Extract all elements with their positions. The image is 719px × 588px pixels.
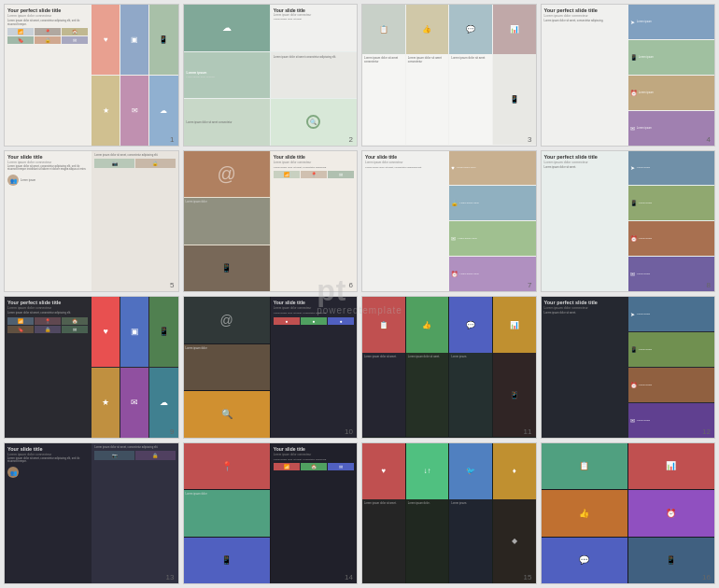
s7-number: 7: [528, 281, 531, 289]
s3-number: 3: [528, 135, 531, 144]
slide-thumb-1[interactable]: Your perfect slide title Lorem ipsum dol…: [4, 4, 179, 147]
slide-thumb-5[interactable]: Your slide title Lorem ipsum dolor conne…: [4, 150, 179, 293]
s9-number: 9: [170, 427, 174, 436]
s11-number: 11: [524, 427, 532, 436]
s12-number: 12: [702, 427, 711, 436]
s13-number: 13: [166, 573, 175, 581]
s5-number: 5: [170, 281, 174, 289]
slide-thumb-12[interactable]: Your perfect slide title Lorem ipsum dol…: [541, 296, 716, 439]
s10-number: 10: [345, 427, 353, 436]
s1-sub: Lorem ipsum dolor connecteur: [7, 14, 88, 18]
slide-thumb-6[interactable]: @ Lorem ipsum dolor 📱 Your slide title L…: [183, 150, 359, 293]
s8-title: Your perfect slide title: [544, 154, 625, 160]
slide-thumb-8[interactable]: Your perfect slide title Lorem ipsum dol…: [541, 150, 716, 293]
s6-number: 6: [349, 281, 353, 289]
slide-thumb-14[interactable]: 📍 Lorem ipsum dolor 📱 Your slide title L…: [183, 442, 359, 585]
s1-title: Your perfect slide title: [7, 7, 88, 13]
slide-thumb-2[interactable]: ☁ Lorem ipsum Lorem ipsum dolor sit amet…: [183, 4, 359, 147]
slides-grid: Your perfect slide title Lorem ipsum dol…: [0, 0, 719, 588]
slide-thumb-7[interactable]: Your slide title Lorem ipsum dolor conne…: [361, 150, 537, 293]
s4-number: 4: [707, 135, 711, 144]
slide-thumb-10[interactable]: @ Lorem ipsum dolor 🔍 Your slide title L…: [183, 296, 359, 439]
s16-number: 16: [702, 573, 711, 581]
slide-thumb-13[interactable]: Your slide title Lorem ipsum dolor conne…: [4, 442, 179, 585]
s5-title: Your slide title: [7, 154, 88, 160]
s12-title: Your perfect slide title: [544, 300, 625, 305]
s9-title: Your perfect slide title: [7, 300, 88, 305]
s15-number: 15: [524, 573, 532, 581]
s14-number: 14: [345, 573, 353, 581]
s2-number: 2: [349, 135, 353, 144]
s1-body: Lorem ipsum dolor sit amet, consectetur …: [7, 20, 88, 26]
slide-thumb-3[interactable]: 📋 👍 💬 📊 Lorem ipsum dolor sit amet conse…: [361, 4, 537, 147]
slide-thumb-11[interactable]: 📋 👍 💬 📊 Lorem ipsum dolor sit amet. Lore…: [361, 296, 537, 439]
slide-thumb-15[interactable]: ♥ ↓↑ 🐦 ♦ Lorem ipsum dolor sit amet. Lor…: [361, 442, 537, 585]
s8-number: 8: [707, 281, 711, 289]
slide-thumb-9[interactable]: Your perfect slide title Lorem ipsum dol…: [4, 296, 179, 439]
slide-thumb-4[interactable]: Your perfect slide title Lorem ipsum dol…: [541, 4, 716, 147]
slide-thumb-16[interactable]: 📋 👍 💬 📊 ⏰ 📱 16: [541, 442, 716, 585]
s4-title: Your perfect slide title: [544, 7, 625, 13]
s1-number: 1: [170, 135, 174, 144]
